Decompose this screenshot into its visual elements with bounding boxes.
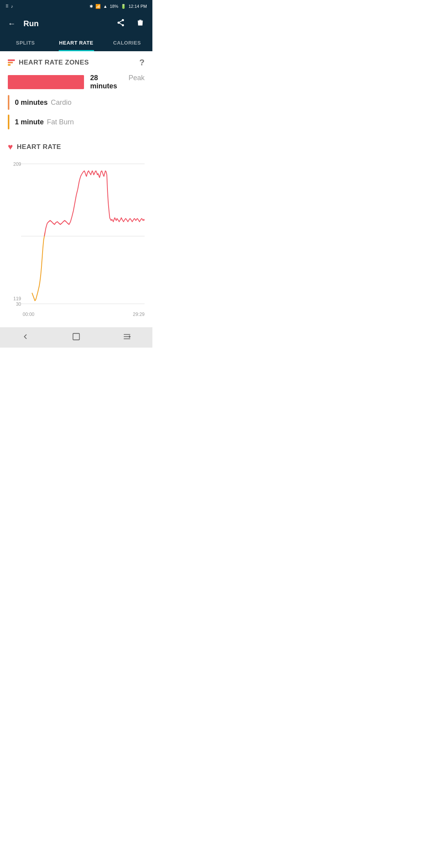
nav-home-icon <box>72 332 80 341</box>
section-gap <box>8 134 145 142</box>
nav-menu-icon <box>123 332 131 341</box>
share-icon <box>116 18 125 27</box>
svg-rect-8 <box>73 333 80 340</box>
zone-fatburn: 1 minute Fat Burn <box>8 115 145 129</box>
share-button[interactable] <box>115 17 127 30</box>
delete-button[interactable] <box>134 17 146 30</box>
main-content: HEART RATE ZONES ? 28 minutes Peak 0 min… <box>0 51 152 323</box>
zones-section-title: HEART RATE ZONES <box>19 59 89 66</box>
nav-home-button[interactable] <box>63 329 90 346</box>
cardio-minutes: 0 minutes <box>15 99 48 107</box>
chart-body: 209 119 30 <box>8 160 145 308</box>
svg-point-0 <box>122 19 124 21</box>
battery-level: 18% <box>110 4 118 9</box>
zone-peak: 28 minutes Peak <box>8 74 145 90</box>
peak-bar <box>8 75 84 89</box>
fatburn-minutes: 1 minute <box>15 118 44 126</box>
nav-back-icon <box>21 332 30 341</box>
cardio-label: Cardio <box>51 99 72 107</box>
svg-point-1 <box>118 22 120 24</box>
status-right-icons: ✱ 📶 ▲ 18% 🔋 12:14 PM <box>89 4 147 9</box>
clock: 12:14 PM <box>129 4 147 9</box>
wifi-icon: 📶 <box>95 4 101 9</box>
tab-calories[interactable]: CALORIES <box>102 34 152 51</box>
page-title: Run <box>23 19 115 28</box>
music-icon: ♪ <box>11 4 13 9</box>
bottom-nav <box>0 327 152 348</box>
battery-icon: 🔋 <box>121 4 126 9</box>
y-label-mid: 119 <box>8 296 21 301</box>
y-label-top: 209 <box>8 161 21 167</box>
svg-line-4 <box>120 20 122 22</box>
chart-x-axis: 00:00 29:29 <box>23 312 145 317</box>
heart-rate-chart: 209 119 30 00:0 <box>8 160 145 317</box>
bluetooth-icon: ✱ <box>89 4 93 9</box>
help-button[interactable]: ? <box>139 57 145 68</box>
signal-icon: ▲ <box>103 4 107 9</box>
heart-rate-section-title: HEART RATE <box>17 143 61 151</box>
peak-minutes: 28 minutes <box>90 74 125 90</box>
heart-icon: ♥ <box>8 142 13 152</box>
svg-line-3 <box>120 23 122 25</box>
svg-point-2 <box>122 24 124 26</box>
chart-y-axis: 209 119 30 <box>8 160 21 308</box>
peak-label: Peak <box>129 74 145 82</box>
zones-icon <box>8 59 15 66</box>
app-bar: ← Run <box>0 13 152 34</box>
status-bar: ⠿ ♪ ✱ 📶 ▲ 18% 🔋 12:14 PM <box>0 0 152 13</box>
trash-icon <box>136 18 145 27</box>
heart-rate-svg <box>21 160 145 308</box>
back-button[interactable]: ← <box>6 18 17 30</box>
tab-heart-rate[interactable]: HEART RATE <box>51 34 102 51</box>
nav-menu-button[interactable] <box>113 329 141 346</box>
heart-rate-zones-header: HEART RATE ZONES ? <box>8 57 145 68</box>
fatburn-indicator <box>8 115 9 129</box>
nav-back-button[interactable] <box>12 329 39 346</box>
zone-cardio: 0 minutes Cardio <box>8 95 145 110</box>
app-bar-actions <box>115 17 146 30</box>
heart-rate-section-header: ♥ HEART RATE <box>8 142 145 152</box>
grid-icon: ⠿ <box>5 4 9 9</box>
x-label-end: 29:29 <box>133 312 145 317</box>
tab-bar: SPLITS HEART RATE CALORIES <box>0 34 152 51</box>
chart-svg-container <box>21 160 145 308</box>
fatburn-label: Fat Burn <box>47 118 74 126</box>
x-label-start: 00:00 <box>23 312 34 317</box>
status-left-icons: ⠿ ♪ <box>5 4 13 9</box>
cardio-indicator <box>8 95 9 110</box>
y-label-bot: 30 <box>8 301 21 307</box>
tab-splits[interactable]: SPLITS <box>0 34 51 51</box>
